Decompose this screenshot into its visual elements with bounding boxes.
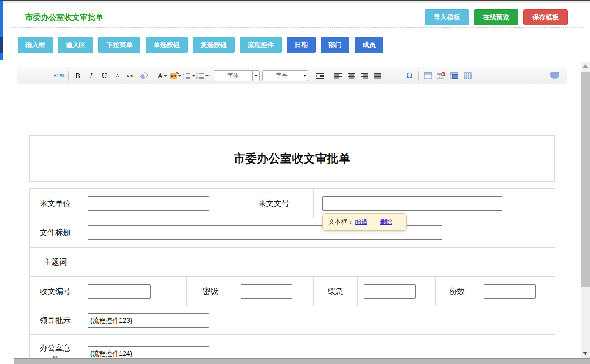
font-size-select[interactable]: 字号 [262, 70, 308, 81]
security-label: 密级 [187, 277, 234, 306]
scroll-down-arrow-icon[interactable] [583, 352, 588, 355]
font-family-dropdown-button[interactable] [252, 71, 259, 81]
font-size-value: 字号 [263, 72, 301, 79]
widget-input-box-button[interactable]: 输入框 [18, 37, 53, 53]
strikethrough-icon: ABC [126, 74, 135, 78]
rich-text-editor: HTML B I U A ABC A ab 123 [17, 67, 567, 364]
widget-date-button[interactable]: 日期 [287, 37, 316, 53]
form-table: 来文单位 来文文号 文件标题 主题词 [29, 188, 555, 364]
doc-no-label: 来文文号 [234, 189, 314, 218]
table-row: 来文单位 来文文号 [30, 189, 555, 218]
highlight-color-button[interactable]: ab [169, 70, 182, 82]
horizontal-rule-button[interactable] [390, 70, 403, 82]
justify-icon [374, 72, 382, 79]
urgency-label: 缓急 [314, 277, 358, 306]
chevron-down-icon [192, 75, 195, 77]
strikethrough-button[interactable]: ABC [124, 70, 137, 82]
edit-field-link[interactable]: 编辑 [355, 218, 367, 226]
font-color-button[interactable]: A [156, 70, 169, 82]
toolbar-divider [311, 71, 311, 81]
underline-button[interactable]: U [98, 70, 111, 82]
widget-input-area-button[interactable]: 输入区 [58, 37, 93, 53]
toolbar-divider [211, 71, 211, 81]
widget-member-button[interactable]: 成员 [355, 37, 383, 53]
svg-text:3: 3 [183, 77, 184, 79]
copies-input[interactable] [484, 284, 536, 299]
security-input[interactable] [241, 284, 292, 299]
online-preview-button[interactable]: 在线预览 [474, 9, 518, 25]
font-style-button[interactable]: A [111, 70, 124, 82]
table-row: 领导批示 [30, 306, 555, 335]
table-delete-icon [437, 72, 445, 79]
chevron-down-icon [164, 75, 167, 77]
ordered-list-icon: 123 [183, 72, 191, 79]
leader-note-input[interactable] [88, 313, 209, 328]
chevron-down-icon [303, 75, 306, 77]
source-unit-input[interactable] [88, 196, 209, 211]
subject-cell [81, 248, 555, 277]
font-color-icon: A [158, 72, 163, 80]
indent-button[interactable] [313, 70, 327, 82]
import-template-button[interactable]: 导入模板 [425, 9, 469, 25]
field-action-tooltip: 文本框： 编辑 删除 [322, 213, 407, 231]
subject-input[interactable] [88, 255, 442, 269]
omega-icon: Ω [406, 71, 413, 81]
table-properties-icon [464, 72, 472, 79]
ordered-list-button[interactable]: 123 [182, 70, 195, 82]
special-char-button[interactable]: Ω [403, 70, 416, 82]
align-left-button[interactable] [332, 70, 345, 82]
page-scrollbar[interactable] [581, 62, 590, 358]
bold-button[interactable]: B [71, 70, 84, 82]
html-icon: HTML [54, 74, 65, 78]
widget-department-button[interactable]: 部门 [321, 37, 349, 53]
doc-title-label: 文件标题 [30, 218, 81, 248]
font-family-value: 字体 [214, 72, 252, 79]
window-top-edge [0, 0, 590, 3]
italic-button[interactable]: I [84, 70, 98, 82]
italic-icon: I [90, 72, 92, 80]
scroll-up-arrow-icon[interactable] [583, 64, 588, 68]
align-center-button[interactable] [345, 70, 358, 82]
toolbar-divider [387, 71, 387, 81]
doc-title-cell [81, 218, 555, 248]
leader-note-label: 领导批示 [30, 306, 81, 335]
widget-dropdown-button[interactable]: 下拉菜单 [98, 37, 140, 53]
widget-radio-button[interactable]: 单选按钮 [146, 37, 188, 53]
table-icon [424, 72, 432, 79]
window-bottom-edge [14, 358, 590, 364]
editor-content[interactable]: 市委办公室收文审批单 来文单位 来文文号 文件标题 [17, 84, 567, 364]
receipt-no-label: 收文编号 [30, 277, 81, 306]
chevron-down-icon [205, 75, 209, 77]
copies-label: 份数 [436, 277, 478, 306]
delete-table-button[interactable] [434, 70, 448, 82]
receipt-no-input[interactable] [88, 284, 151, 299]
font-size-dropdown-button[interactable] [301, 71, 308, 81]
toolbar-divider [418, 71, 419, 81]
main-panel: 市委办公室收文审批单 导入模板 在线预览 保存模板 输入框 输入区 下拉菜单 单… [3, 3, 590, 364]
save-template-button[interactable]: 保存模板 [523, 9, 568, 25]
widget-flow-control-button[interactable]: 流程控件 [240, 37, 282, 53]
align-right-button[interactable] [358, 70, 371, 82]
table-properties-button[interactable] [461, 70, 474, 82]
font-family-select[interactable]: 字体 [214, 70, 260, 81]
horizontal-rule-icon [392, 76, 400, 76]
widget-checkbox-button[interactable]: 复选按钮 [193, 37, 235, 53]
delete-field-link[interactable]: 删除 [380, 218, 392, 226]
fullscreen-button[interactable] [548, 70, 561, 82]
page-title: 市委办公室收文审批单 [25, 12, 103, 23]
toolbar-divider [68, 71, 69, 81]
page-header: 市委办公室收文审批单 导入模板 在线预览 保存模板 [11, 3, 584, 28]
remove-format-button[interactable] [137, 70, 151, 82]
chevron-down-icon [255, 75, 258, 77]
source-unit-cell [81, 189, 234, 218]
form-title: 市委办公室收文审批单 [234, 151, 350, 167]
urgency-input[interactable] [364, 284, 416, 299]
merge-cells-button[interactable] [448, 70, 461, 82]
unordered-list-button[interactable] [195, 70, 209, 82]
source-code-button[interactable]: HTML [53, 70, 66, 82]
widget-toolbar: 输入框 输入区 下拉菜单 单选按钮 复选按钮 流程控件 日期 部门 成员 [3, 28, 590, 53]
scrollbar-thumb[interactable] [581, 72, 590, 287]
justify-button[interactable] [371, 70, 385, 82]
doc-no-input[interactable] [322, 196, 502, 211]
insert-table-button[interactable] [421, 70, 434, 82]
